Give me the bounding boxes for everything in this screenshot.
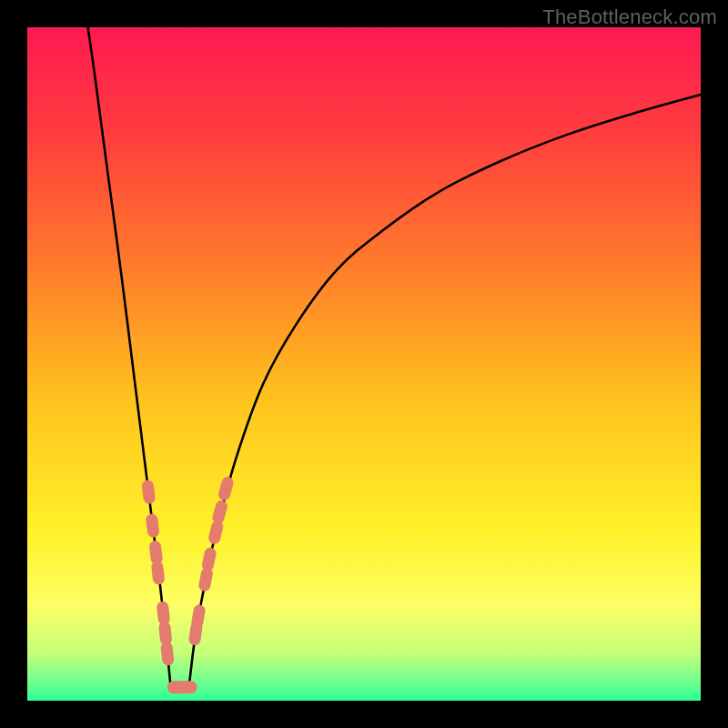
watermark-text: TheBottleneck.com	[542, 5, 717, 29]
curve-marker	[151, 561, 166, 585]
curve-marker	[201, 547, 217, 572]
curve-marker	[141, 480, 156, 504]
curve-marker	[211, 500, 228, 526]
markers-right	[188, 476, 235, 646]
curve-marker	[190, 604, 206, 630]
chart-frame	[27, 27, 701, 701]
marker-bottom-bar	[167, 681, 197, 693]
chart-curve-layer	[27, 27, 701, 701]
curve-marker	[160, 642, 175, 666]
markers-left	[141, 480, 175, 666]
curve-marker	[217, 476, 235, 502]
curve-right	[189, 95, 701, 687]
curve-left	[88, 27, 171, 687]
curve-marker	[207, 520, 225, 545]
curve-marker	[146, 513, 160, 538]
